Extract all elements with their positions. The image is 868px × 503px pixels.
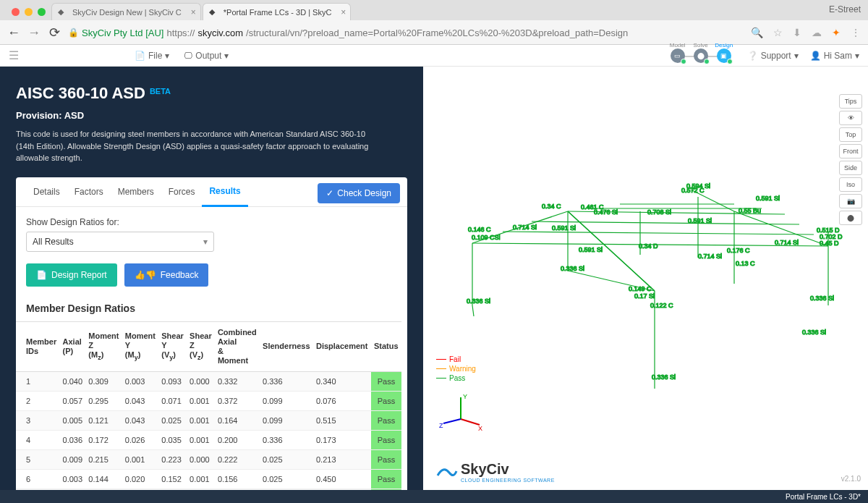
view-tool[interactable]: 📷 xyxy=(839,194,862,208)
hamburger-icon[interactable]: ☰ xyxy=(9,48,19,62)
address-icons: 🔍 ☆ ⬇ ☁ ✦ ⋮ xyxy=(751,27,861,38)
svg-text:0.336 Sl: 0.336 Sl xyxy=(561,265,584,272)
table-row[interactable]: 20.0570.2950.0430.0710.001 0.3720.0990.0… xyxy=(16,392,401,411)
file-icon: 📄 xyxy=(135,51,145,61)
table-row[interactable]: 10.0400.3090.0030.0930.000 0.3320.3360.3… xyxy=(16,372,401,392)
tab-details[interactable]: Details xyxy=(26,178,67,206)
browser-tab-0[interactable]: ◆ SkyCiv Design New | SkyCiv C × xyxy=(51,3,201,20)
close-window-icon[interactable] xyxy=(12,8,20,16)
col-header: Axial(P) xyxy=(60,321,86,372)
svg-text:0.336 Sl: 0.336 Sl xyxy=(810,295,834,302)
back-button[interactable]: ← xyxy=(7,25,20,41)
menu-icon[interactable]: ⋮ xyxy=(851,27,861,38)
feedback-button[interactable]: 👍👎 Feedback xyxy=(124,263,209,287)
table-row[interactable]: 60.0030.1440.0200.1520.001 0.1560.0250.4… xyxy=(16,470,401,489)
bookmark-icon[interactable]: ☆ xyxy=(773,27,783,38)
user-menu[interactable]: 👤 Hi Sam ▾ xyxy=(810,51,859,61)
mode-solve[interactable]: ⬤ xyxy=(694,48,708,63)
file-menu[interactable]: 📄 File ▾ xyxy=(135,51,169,61)
svg-text:Z: Z xyxy=(439,422,443,429)
ssl-org: SkyCiv Pty Ltd [AU] xyxy=(82,28,163,38)
check-design-button[interactable]: ✓ Check Design xyxy=(318,183,400,203)
extension-icon[interactable]: ✦ xyxy=(832,27,841,38)
view-tool[interactable]: Tips xyxy=(839,94,862,109)
close-tab-icon[interactable]: × xyxy=(191,7,196,17)
svg-line-50 xyxy=(461,419,480,425)
design-report-button[interactable]: 📄 Design Report xyxy=(26,263,117,287)
favicon-icon: ◆ xyxy=(209,7,219,17)
forward-button[interactable]: → xyxy=(27,25,41,41)
lock-icon: 🔒 xyxy=(68,28,79,38)
browser-tab-1[interactable]: ◆ *Portal Frame LCs - 3D | SkyC × xyxy=(203,3,352,20)
version-label: v2.1.0 xyxy=(841,475,861,483)
table-row[interactable]: 30.0050.1210.0430.0250.001 0.1640.0990.5… xyxy=(16,411,401,431)
document-icon: 📄 xyxy=(36,270,47,280)
table-row[interactable]: 50.0090.2150.0010.2230.000 0.2220.0250.2… xyxy=(16,450,401,470)
reload-button[interactable]: ⟳ xyxy=(48,25,61,41)
design-ratios-table: MemberIDsAxial(P)MomentZ(Mz)MomentY(My)S… xyxy=(16,321,401,491)
3d-viewport[interactable]: 0.336 Sl0.109 CSl0.146 C0.714 Sl0.591 Sl… xyxy=(423,67,868,490)
col-header: Status xyxy=(371,321,401,372)
table-row[interactable]: 40.0360.1720.0260.0350.001 0.2000.3360.1… xyxy=(16,431,401,450)
tab-results[interactable]: Results xyxy=(202,177,247,207)
cloud-icon[interactable]: ☁ xyxy=(812,27,822,38)
svg-line-11 xyxy=(503,232,814,234)
mode-design[interactable]: ▣ xyxy=(717,48,731,63)
user-icon: 👤 xyxy=(810,51,821,61)
tab-bar: ◆ SkyCiv Design New | SkyCiv C × ◆ *Port… xyxy=(0,0,868,20)
address-bar: ← → ⟳ 🔒 SkyCiv Pty Ltd [AU] https://skyc… xyxy=(0,20,868,45)
results-card: Details Factors Members Forces Results ✓… xyxy=(16,177,407,491)
skyciv-logo: SkyCiv CLOUD ENGINEERING SOFTWARE xyxy=(435,461,555,483)
code-title: AISC 360-10 ASD xyxy=(16,84,145,103)
mode-model[interactable]: ▭ xyxy=(671,48,685,63)
minimize-window-icon[interactable] xyxy=(25,8,33,16)
chevron-down-icon: ▾ xyxy=(224,51,229,61)
svg-text:0.714 Sl: 0.714 Sl xyxy=(775,239,799,246)
svg-text:0.176 C: 0.176 C xyxy=(727,247,750,254)
output-menu[interactable]: 🖵 Output ▾ xyxy=(184,51,229,61)
url-field[interactable]: 🔒 SkyCiv Pty Ltd [AU] https://skyciv.com… xyxy=(68,28,744,38)
design-panel: AISC 360-10 ASD BETA Provision: ASD This… xyxy=(0,67,423,490)
tab-forces[interactable]: Forces xyxy=(161,178,203,206)
svg-text:0.55 Bu: 0.55 Bu xyxy=(739,207,761,214)
support-menu[interactable]: ❔ Support ▾ xyxy=(747,51,799,61)
col-header: Slenderness xyxy=(260,321,313,372)
filter-label: Show Design Ratios for: xyxy=(26,217,397,227)
svg-text:0.708 Sl: 0.708 Sl xyxy=(647,208,671,216)
svg-text:Y: Y xyxy=(463,393,467,400)
tab-members[interactable]: Members xyxy=(111,178,161,206)
col-header: MemberIDs xyxy=(16,321,60,372)
svg-text:0.591 Sl: 0.591 Sl xyxy=(688,217,712,224)
svg-text:0.591 Sl: 0.591 Sl xyxy=(552,224,576,232)
svg-text:X: X xyxy=(478,425,482,432)
filter-select[interactable]: All Results xyxy=(26,232,214,252)
view-tool[interactable]: Top xyxy=(839,127,862,142)
svg-text:0.714 Sl: 0.714 Sl xyxy=(513,224,537,231)
col-header: MomentZ(Mz) xyxy=(85,321,122,372)
provision-label: Provision: ASD xyxy=(16,110,407,121)
view-tool[interactable]: Front xyxy=(839,144,862,158)
col-header: MomentY(My) xyxy=(122,321,158,372)
svg-text:0.122 C: 0.122 C xyxy=(650,302,673,309)
search-icon[interactable]: 🔍 xyxy=(751,27,763,38)
app-toolbar: ☰ 📄 File ▾ 🖵 Output ▾ Model▭ Solve⬤ Desi… xyxy=(0,45,868,67)
code-description: This code is used for designing steel me… xyxy=(16,128,378,164)
col-header: Displacement xyxy=(313,321,371,372)
view-tool[interactable]: ⬤ xyxy=(839,211,862,225)
tab-title: SkyCiv Design New | SkyCiv C xyxy=(72,8,182,17)
svg-text:0.336 Sl: 0.336 Sl xyxy=(467,297,490,305)
view-tool[interactable]: 👁 xyxy=(839,111,862,125)
svg-text:0.109 CSl: 0.109 CSl xyxy=(472,234,501,241)
maximize-window-icon[interactable] xyxy=(38,8,46,16)
view-tool[interactable]: Iso xyxy=(839,177,862,192)
table-row[interactable]: 70.1170.4210.0350.1410.001 0.5040.5910.2… xyxy=(16,489,401,490)
tab-factors[interactable]: Factors xyxy=(67,178,111,206)
svg-text:0.34 C: 0.34 C xyxy=(542,203,561,210)
svg-text:0.336 Sl: 0.336 Sl xyxy=(652,373,676,381)
close-tab-icon[interactable]: × xyxy=(341,7,346,17)
download-icon[interactable]: ⬇ xyxy=(793,27,801,38)
check-icon: ✓ xyxy=(326,188,333,198)
svg-text:0.336 Sl: 0.336 Sl xyxy=(802,329,826,336)
status-bar: Portal Frame LCs - 3D* xyxy=(0,490,868,503)
view-tool[interactable]: Side xyxy=(839,161,862,175)
